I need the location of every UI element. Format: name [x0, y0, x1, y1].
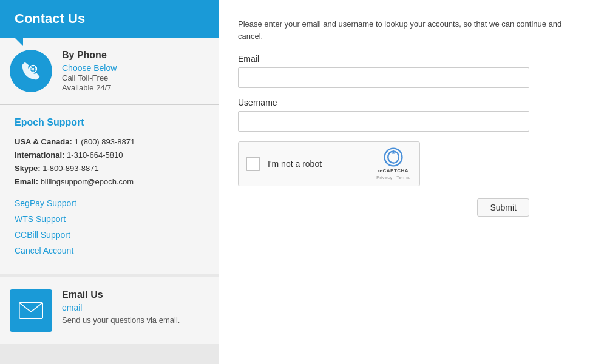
- support-section: Epoch Support USA & Canada: 1 (800) 893-…: [0, 105, 219, 274]
- sidebar: Contact Us By Phone Choose Below Call To…: [0, 0, 219, 364]
- submit-wrapper: Submit: [238, 198, 529, 217]
- svg-point-6: [30, 67, 32, 69]
- intro-text: Please enter your email and username to …: [238, 18, 588, 42]
- email-icon: [19, 302, 43, 319]
- email-label: Email:: [15, 177, 38, 186]
- phone-info: By Phone Choose Below Call Toll-Free Ava…: [62, 50, 117, 92]
- usa-number: 1 (800) 893-8871: [75, 137, 135, 146]
- recaptcha-links-text: Privacy - Terms: [376, 175, 410, 180]
- usa-label: USA & Canada:: [15, 137, 72, 146]
- main-content: Please enter your email and username to …: [219, 0, 607, 364]
- intl-label: International:: [15, 150, 64, 160]
- phone-section: By Phone Choose Below Call Toll-Free Ava…: [0, 38, 219, 105]
- email-field-label: Email: [238, 54, 588, 64]
- recaptcha-logo-icon: [384, 147, 403, 167]
- username-field-label: Username: [238, 98, 588, 107]
- svg-point-3: [35, 69, 36, 70]
- email-input[interactable]: [238, 67, 529, 88]
- phone-icon: [19, 59, 42, 83]
- phone-heading: By Phone: [62, 50, 117, 61]
- svg-point-4: [33, 70, 34, 72]
- segpay-support-link[interactable]: SegPay Support: [15, 198, 204, 208]
- ccbill-support-link[interactable]: CCBill Support: [15, 230, 204, 240]
- submit-button[interactable]: Submit: [477, 198, 529, 217]
- choose-below-link[interactable]: Choose Below: [62, 63, 117, 73]
- recaptcha-checkbox[interactable]: [246, 157, 260, 171]
- email-icon-circle: [10, 289, 52, 332]
- intl-number: 1-310-664-5810: [67, 150, 123, 160]
- sidebar-header: Contact Us: [0, 0, 219, 38]
- email-section: Email Us email Send us your questions vi…: [0, 277, 219, 344]
- svg-point-2: [35, 67, 36, 69]
- email-description: Send us your questions via email.: [62, 315, 180, 325]
- cancel-account-link[interactable]: Cancel Account: [15, 246, 204, 255]
- svg-point-7: [32, 68, 35, 70]
- phone-icon-circle: [10, 50, 52, 92]
- svg-point-1: [33, 66, 34, 67]
- email-address: billingsupport@epoch.com: [41, 177, 134, 186]
- svg-point-5: [30, 69, 32, 70]
- recaptcha-logo: reCAPTCHA Privacy - Terms: [376, 147, 410, 180]
- email-link[interactable]: email: [62, 303, 180, 312]
- epoch-support-heading: Epoch Support: [15, 117, 204, 128]
- toll-free-text: Call Toll-Free: [62, 73, 108, 83]
- email-us-heading: Email Us: [62, 289, 180, 300]
- support-details: USA & Canada: 1 (800) 893-8871 Internati…: [15, 135, 204, 189]
- recaptcha-widget[interactable]: I'm not a robot reCAPTCHA Privacy - Term…: [238, 141, 420, 186]
- recaptcha-label: I'm not a robot: [268, 159, 322, 169]
- recaptcha-left: I'm not a robot: [246, 157, 322, 171]
- email-info: Email Us email Send us your questions vi…: [62, 289, 180, 326]
- available-text: Available 24/7: [62, 83, 111, 92]
- recaptcha-brand-text: reCAPTCHA: [378, 168, 409, 174]
- sidebar-title: Contact Us: [15, 11, 204, 27]
- username-input[interactable]: [238, 111, 529, 132]
- skype-number: 1-800-893-8871: [42, 164, 99, 173]
- skype-label: Skype:: [15, 164, 41, 173]
- wts-support-link[interactable]: WTS Support: [15, 214, 204, 224]
